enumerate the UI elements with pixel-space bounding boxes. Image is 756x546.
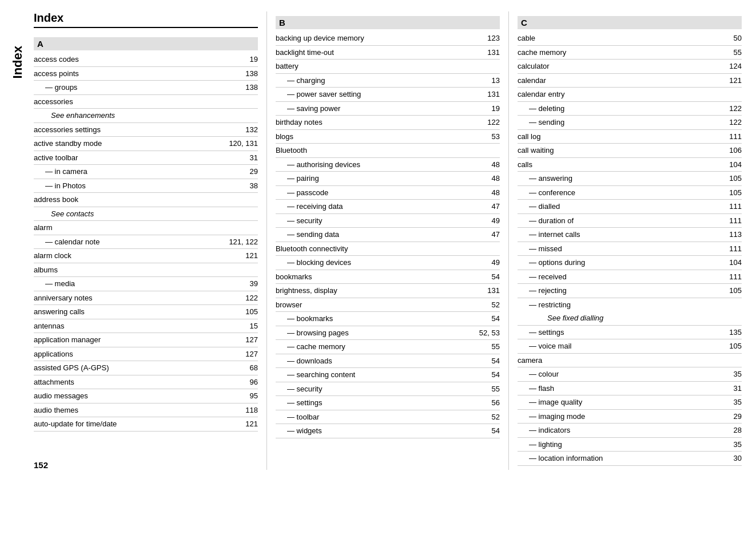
list-item: auto-update for time/date 121 [34,417,258,432]
index-title: Index [34,11,258,28]
vertical-index-label: Index [6,46,25,78]
list-item: — colour 35 [518,367,742,382]
list-item: — received 111 [518,270,742,284]
list-item: backing up device memory 123 [276,31,500,46]
list-item: calculator 124 [518,60,742,74]
list-item: brightness, display 131 [276,284,500,298]
page: Index Index A access codes 19 access poi… [0,0,756,481]
see-text: See fixed dialling [518,311,742,326]
list-item: attachments 96 [34,375,258,390]
list-item: — saving power 19 [276,102,500,116]
see-text: See enhancements [34,109,258,123]
list-item: — searching content 54 [276,368,500,382]
list-item: access codes 19 [34,53,258,67]
list-item: cache memory 55 [518,46,742,60]
see-text: See contacts [34,207,258,221]
list-item: — missed 111 [518,242,742,256]
list-item: — image quality 35 [518,395,742,410]
list-item: calls 104 [518,158,742,172]
list-item: assisted GPS (A-GPS) 68 [34,361,258,375]
list-item: — bookmarks 54 [276,312,500,326]
column-1: Index A access codes 19 access points 13… [25,11,267,470]
list-item: — sending 122 [518,116,742,130]
list-item: active standby mode 120, 131 [34,137,258,151]
list-item: — answering 105 [518,172,742,186]
section-header-c: C [518,16,742,29]
list-item: — conference 105 [518,186,742,200]
list-item: — power saver setting 131 [276,88,500,102]
list-item: — rejecting 105 [518,284,742,298]
list-item: — settings 135 [518,326,742,340]
list-item: audio messages 95 [34,389,258,403]
list-item: — receiving data 47 [276,200,500,214]
list-item: — media 39 [34,277,258,291]
list-item: — location information 30 [518,452,742,466]
list-item: — downloads 54 [276,354,500,369]
list-item: call log 111 [518,130,742,144]
list-item: — flash 31 [518,382,742,396]
list-item: — widgets 54 [276,424,500,438]
list-item: alarm clock 121 [34,249,258,263]
list-item: — dialled 111 [518,200,742,214]
list-item: call waiting 106 [518,144,742,158]
list-item: browser 52 [276,298,500,312]
list-item: — browsing pages 52, 53 [276,326,500,341]
list-item: — calendar note 121, 122 [34,235,258,250]
list-item: active toolbar 31 [34,151,258,165]
list-item: applications 127 [34,347,258,362]
list-item: — authorising devices 48 [276,158,500,172]
list-item: Bluetooth [276,144,500,158]
section-header-a: A [34,37,258,50]
content-area: Index A access codes 19 access points 13… [25,11,750,470]
list-item: — deleting 122 [518,102,742,116]
list-item: access points 138 [34,67,258,81]
list-item: bookmarks 54 [276,270,500,284]
list-item: — lighting 35 [518,438,742,452]
list-item: audio themes 118 [34,403,258,418]
list-item: — pairing 48 [276,172,500,186]
list-item: — internet calls 113 [518,228,742,242]
list-item: — imaging mode 29 [518,410,742,424]
list-item: — passcode 48 [276,186,500,200]
list-item: address book [34,193,258,207]
list-item: birthday notes 122 [276,116,500,130]
list-item: — blocking devices 49 [276,256,500,270]
list-item: — in camera 29 [34,165,258,179]
list-item: — in Photos 38 [34,179,258,193]
list-item: — sending data 47 [276,228,500,242]
list-item: accessories [34,95,258,109]
list-item: — groups 138 [34,81,258,95]
list-item: — security 55 [276,382,500,397]
section-header-b: B [276,16,500,29]
list-item: cable 50 [518,31,742,46]
list-item: — cache memory 55 [276,340,500,354]
list-item: accessories settings 132 [34,123,258,137]
list-item: Bluetooth connectivity [276,242,500,256]
list-item: backlight time-out 131 [276,46,500,60]
list-item: antennas 15 [34,319,258,334]
list-item: — indicators 28 [518,424,742,438]
list-item: albums [34,263,258,278]
list-item: calendar entry [518,88,742,102]
list-item: battery [276,60,500,74]
list-item: — toolbar 52 [276,410,500,425]
list-item: — duration of 111 [518,214,742,228]
list-item: camera [518,354,742,368]
list-item: — options during 104 [518,256,742,270]
list-item: — restricting [518,298,742,312]
list-item: answering calls 105 [34,305,258,319]
list-item: — charging 13 [276,74,500,88]
column-2: B backing up device memory 123 backlight… [267,11,509,470]
column-3: C cable 50 cache memory 55 calculator 12… [509,11,750,470]
list-item: — security 49 [276,214,500,228]
list-item: application manager 127 [34,333,258,347]
list-item: anniversary notes 122 [34,291,258,306]
page-number: 152 [34,443,258,470]
list-item: — voice mail 105 [518,339,742,354]
list-item: calendar 121 [518,74,742,88]
list-item: blogs 53 [276,130,500,144]
list-item: — settings 56 [276,396,500,410]
list-item: alarm [34,221,258,235]
